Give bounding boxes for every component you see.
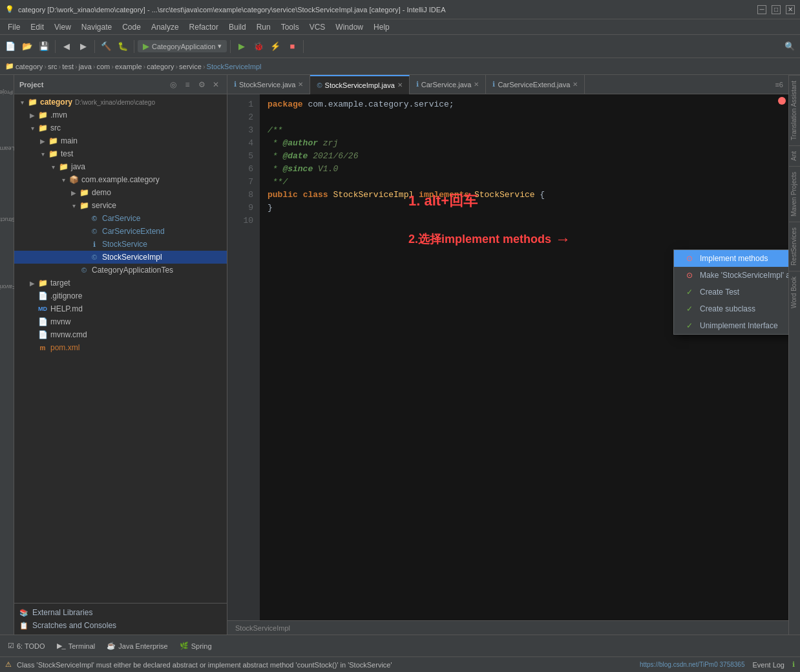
- menu-item-navigate[interactable]: Navigate: [76, 21, 117, 33]
- tree-item-src[interactable]: ▾ 📁 src: [14, 121, 227, 134]
- title-text: category [D:\work_xinao\demo\category] -…: [18, 6, 757, 14]
- run-config-label: CategoryApplication: [152, 43, 215, 50]
- terminal-label: Terminal: [68, 642, 96, 650]
- new-file-btn[interactable]: 📄: [3, 39, 18, 54]
- bc-com[interactable]: com: [96, 63, 110, 70]
- open-btn[interactable]: 📂: [19, 39, 35, 54]
- code-editor[interactable]: 1 2 3 4 5 6 7 8 9 10 package com.example…: [227, 94, 788, 620]
- collapse-all-btn[interactable]: ≡: [182, 79, 193, 90]
- sidebar-close-btn[interactable]: ✕: [210, 79, 222, 90]
- close-btn[interactable]: ✕: [786, 5, 795, 14]
- tab-close-stockservice[interactable]: ✕: [298, 81, 303, 88]
- rest-services-panel[interactable]: RestServices: [789, 222, 800, 271]
- event-log-btn[interactable]: Event Log: [752, 661, 784, 669]
- minimize-btn[interactable]: ─: [757, 5, 766, 14]
- word-book-panel[interactable]: Word Book: [789, 271, 800, 313]
- tree-item-main[interactable]: ▶ 📁 main: [14, 134, 227, 147]
- ctx-item-implement-methods[interactable]: ⊙ Implement methods: [674, 250, 788, 267]
- spring-btn[interactable]: 🌿 Spring: [174, 640, 217, 651]
- settings-btn[interactable]: ⚙: [196, 79, 207, 90]
- menu-item-help[interactable]: Help: [368, 21, 395, 33]
- tab-stockservice[interactable]: ℹ StockService.java ✕: [227, 75, 310, 94]
- menu-item-build[interactable]: Build: [224, 21, 251, 33]
- menu-item-refactor[interactable]: Refactor: [184, 21, 224, 33]
- maven-projects-panel[interactable]: Maven Projects: [789, 166, 800, 222]
- maximize-btn[interactable]: □: [772, 5, 781, 14]
- menu-item-window[interactable]: Window: [330, 21, 368, 33]
- bc-src[interactable]: src: [48, 63, 58, 70]
- tab-carservice[interactable]: ℹ CarService.java ✕: [410, 75, 487, 94]
- run-icon: ▶: [143, 41, 149, 51]
- menu-item-file[interactable]: File: [3, 21, 25, 33]
- debug-btn[interactable]: 🐛: [115, 39, 131, 54]
- debug-run-btn[interactable]: 🐞: [251, 39, 266, 54]
- tree-item-gitignore[interactable]: ▶ 📄 .gitignore: [14, 289, 227, 302]
- tree-item-demo[interactable]: ▶ 📁 demo: [14, 186, 227, 199]
- code-content[interactable]: package com.example.category.service; /*…: [260, 94, 788, 620]
- save-btn[interactable]: 💾: [36, 39, 52, 54]
- menu-item-edit[interactable]: Edit: [25, 21, 49, 33]
- tab-label-carserviceextend: CarServiceExtend.java: [498, 81, 570, 89]
- tree-item-mvnw[interactable]: ▶ 📄 mvnw: [14, 315, 227, 328]
- ctx-icon-unimplement: ✓: [684, 320, 695, 331]
- tree-item-carserviceextend[interactable]: ▶ © CarServiceExtend: [14, 225, 227, 238]
- tab-close-carservice[interactable]: ✕: [474, 81, 479, 88]
- run-btn[interactable]: ▶: [234, 39, 249, 54]
- terminal-icon: ▶_: [57, 642, 66, 650]
- bc-category[interactable]: category: [16, 63, 43, 70]
- terminal-btn[interactable]: ▶_ Terminal: [52, 640, 101, 651]
- forward-btn[interactable]: ▶: [76, 39, 91, 54]
- tree-item-test[interactable]: ▾ 📁 test: [14, 147, 227, 160]
- bc-example[interactable]: example: [115, 63, 142, 70]
- translation-assistant-panel[interactable]: Translation Assistant: [789, 75, 800, 145]
- tree-item-pomxml[interactable]: ▶ m pom.xml: [14, 341, 227, 354]
- tree-item-mvn[interactable]: ▶ 📁 .mvn: [14, 109, 227, 121]
- tree-item-java[interactable]: ▾ 📁 java: [14, 160, 227, 173]
- profile-btn[interactable]: ⚡: [268, 39, 283, 54]
- locate-file-btn[interactable]: ◎: [167, 79, 179, 90]
- tree-item-mvnwcmd[interactable]: ▶ 📄 mvnw.cmd: [14, 328, 227, 341]
- menu-item-run[interactable]: Run: [251, 21, 276, 33]
- tree-item-categoryapplication[interactable]: ▶ © CategoryApplicationTes: [14, 264, 227, 277]
- stop-btn[interactable]: ■: [284, 39, 300, 54]
- external-libraries-item[interactable]: 📚 External Libraries: [17, 606, 224, 619]
- java-enterprise-btn[interactable]: ☕ Java Enterprise: [101, 640, 173, 651]
- ctx-item-create-subclass[interactable]: ✓ Create subclass ▶: [674, 300, 788, 317]
- tree-item-target[interactable]: ▶ 📁 target: [14, 277, 227, 289]
- ant-panel[interactable]: Ant: [789, 145, 800, 166]
- tree-item-stockservice[interactable]: ▶ ℹ StockService: [14, 238, 227, 251]
- ctx-item-make-abstract[interactable]: ⊙ Make 'StockServiceImpl' abstract: [674, 267, 788, 284]
- bc-java[interactable]: java: [79, 63, 92, 70]
- tree-item-carservice[interactable]: ▶ © CarService: [14, 212, 227, 225]
- tab-carserviceextend[interactable]: ℹ CarServiceExtend.java ✕: [486, 75, 585, 94]
- bc-service[interactable]: service: [179, 63, 202, 70]
- menu-item-tools[interactable]: Tools: [276, 21, 304, 33]
- scratches-item[interactable]: 📋 Scratches and Consoles: [17, 619, 224, 632]
- tab-close-stockserviceimpl[interactable]: ✕: [397, 81, 403, 89]
- tabs-overflow[interactable]: ≡6: [770, 81, 788, 89]
- menu-item-view[interactable]: View: [49, 21, 76, 33]
- menu-item-code[interactable]: Code: [117, 21, 146, 33]
- tree-item-package[interactable]: ▾ 📦 com.example.category: [14, 173, 227, 186]
- scratches-icon: 📋: [19, 622, 28, 630]
- build-btn[interactable]: 🔨: [98, 39, 114, 54]
- menu-item-vcs[interactable]: VCS: [304, 21, 331, 33]
- ctx-item-unimplement[interactable]: ✓ Unimplement Interface ▶: [674, 317, 788, 334]
- bc-category2[interactable]: category: [147, 63, 174, 70]
- tree-item-category-root[interactable]: ▾ 📁 category D:\work_xinao\demo\catego: [14, 96, 227, 109]
- tab-close-carserviceextend[interactable]: ✕: [573, 81, 578, 88]
- bc-test[interactable]: test: [62, 63, 74, 70]
- tab-stockserviceimpl[interactable]: © StockServiceImpl.java ✕: [310, 75, 409, 94]
- tree-item-service[interactable]: ▾ 📁 service: [14, 199, 227, 212]
- tree-item-helpmd[interactable]: ▶ MD HELP.md: [14, 302, 227, 315]
- tab-label-carservice: CarService.java: [421, 81, 472, 89]
- run-config-selector[interactable]: ▶ CategoryApplication ▾: [138, 40, 227, 52]
- tree-item-stockserviceimpl[interactable]: ▶ © StockServiceImpl: [14, 251, 227, 264]
- search-everywhere-btn[interactable]: 🔍: [782, 39, 797, 54]
- menubar: const menuData = JSON.parse(document.get…: [0, 19, 800, 35]
- todo-btn[interactable]: ☑ 6: TODO: [3, 640, 50, 651]
- menu-item-analyze[interactable]: Analyze: [146, 21, 184, 33]
- back-btn[interactable]: ◀: [59, 39, 74, 54]
- ctx-item-create-test[interactable]: ✓ Create Test ▶: [674, 284, 788, 300]
- bc-stockserviceimpl[interactable]: StockServiceImpl: [207, 63, 262, 70]
